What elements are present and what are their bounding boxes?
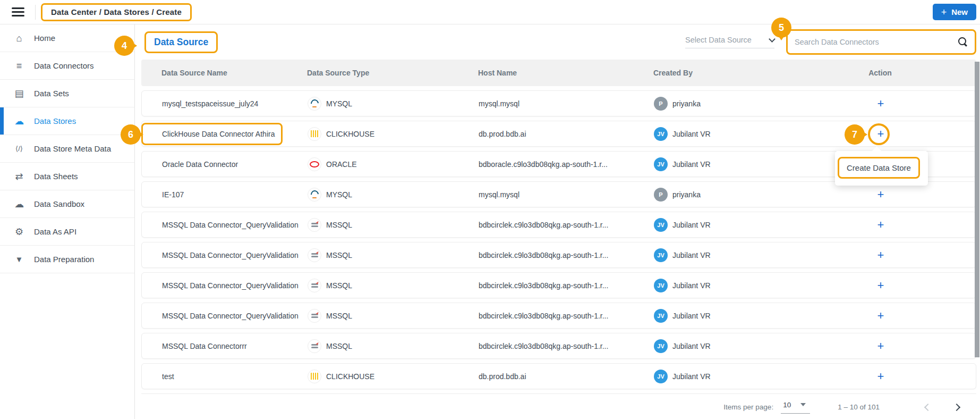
- host-name: db.prod.bdb.ai: [479, 130, 654, 138]
- add-data-store-button[interactable]: +: [877, 249, 884, 261]
- column-header: Created By: [653, 69, 834, 77]
- created-by: Jubilant VR: [672, 281, 711, 290]
- menu-icon[interactable]: [10, 4, 31, 21]
- title-annotation-box: Data Source: [144, 31, 218, 53]
- data-source-name: MSSQL Data Connector_QueryValidation: [162, 221, 308, 229]
- chevron-right-icon: [953, 403, 960, 410]
- data-source-type: MSSQL: [326, 251, 352, 259]
- host-name: bdbcirclek.c9lo3db08qkg.ap-south-1.r...: [479, 342, 654, 350]
- data-source-type: MSSQL: [326, 221, 352, 229]
- add-data-store-button[interactable]: +: [877, 189, 884, 200]
- table-row: MSSQL Data Connector_QueryValidation MSS…: [141, 303, 976, 329]
- data-source-select[interactable]: Select Data Source: [685, 36, 774, 48]
- data-source-type-icon: [308, 157, 321, 171]
- sidebar-item-data-stores[interactable]: ☁ Data Stores: [0, 107, 134, 135]
- avatar: JV: [654, 218, 668, 232]
- new-button[interactable]: + New: [933, 4, 976, 20]
- sidebar-item-data-sheets[interactable]: ⇄ Data Sheets: [0, 163, 134, 190]
- table-row: mysql_testspaceissue_july24 MYSQL mysql.…: [141, 90, 976, 116]
- data-source-name: mysql_testspaceissue_july24: [162, 99, 308, 108]
- sidebar-item-label: Data Sandbox: [34, 199, 84, 208]
- host-name: bdbcirclek.c9lo3db08qkg.ap-south-1.r...: [479, 221, 654, 229]
- sidebar-item-data-store-meta-data[interactable]: ⟨/⟩ Data Store Meta Data: [0, 135, 134, 163]
- host-name: db.prod.bdb.ai: [479, 372, 654, 381]
- data-source-type-icon: [308, 188, 321, 202]
- avatar: JV: [654, 157, 668, 171]
- sidebar-item-data-connectors[interactable]: ≡ Data Connectors: [0, 52, 134, 80]
- sidebar-item-label: Data Sets: [34, 89, 69, 98]
- search-annotation-box: [786, 29, 976, 55]
- data-source-type-icon: [308, 97, 321, 111]
- table-row: MSSQL Data Connectorrr MSSQL bdbcirclek.…: [141, 333, 976, 359]
- add-data-store-button[interactable]: +: [877, 310, 884, 322]
- next-page-button[interactable]: [950, 400, 964, 414]
- main-content: Data Source Select Data Source: [135, 24, 980, 419]
- top-bar: Data Center / Data Stores / Create + New: [0, 0, 980, 24]
- plus-icon: +: [941, 7, 947, 17]
- data-source-type-icon: [308, 218, 321, 232]
- data-source-type: CLICKHOUSE: [326, 372, 374, 381]
- created-by: Jubilant VR: [672, 221, 711, 229]
- sidebar-item-label: Home: [34, 33, 55, 43]
- add-data-store-button[interactable]: +: [877, 371, 884, 382]
- host-name: bdboracle.c9lo3db08qkg.ap-south-1.r...: [479, 160, 654, 169]
- data-sources-table: Data Source NameData Source TypeHost Nam…: [141, 60, 976, 419]
- add-data-store-button[interactable]: +: [877, 340, 884, 352]
- data-source-type: MSSQL: [326, 312, 352, 320]
- items-per-page-label: Items per page:: [723, 403, 773, 411]
- data-sheets-icon: ⇄: [11, 172, 27, 181]
- data-source-type-icon: [308, 248, 321, 262]
- data-source-type: ORACLE: [326, 160, 357, 169]
- add-data-store-button[interactable]: +: [877, 128, 884, 140]
- previous-page-button[interactable]: [921, 400, 935, 414]
- data-stores-icon: ☁: [11, 116, 27, 126]
- table-row: MSSQL Data Connector_QueryValidation MSS…: [141, 212, 976, 238]
- created-by: priyanka: [672, 99, 701, 108]
- add-data-store-button[interactable]: +: [877, 219, 884, 231]
- created-by: priyanka: [672, 190, 701, 199]
- breadcrumb[interactable]: Data Center / Data Stores / Create: [51, 7, 182, 16]
- sidebar-item-label: Data Preparation: [34, 255, 94, 264]
- data-as-api-icon: ⚙: [11, 227, 27, 237]
- sidebar-item-label: Data Store Meta Data: [34, 144, 111, 153]
- avatar: P: [654, 188, 668, 202]
- avatar: JV: [654, 339, 668, 353]
- app-window: Data Center / Data Stores / Create + New…: [0, 0, 980, 419]
- data-source-type: MSSQL: [326, 342, 352, 350]
- created-by: Jubilant VR: [672, 130, 711, 138]
- column-header: Data Source Type: [307, 69, 478, 77]
- data-source-type-icon: [308, 370, 321, 383]
- data-source-type-icon: [308, 309, 321, 323]
- toolbar: Data Source Select Data Source: [141, 24, 976, 60]
- data-source-name: MSSQL Data Connector_QueryValidation: [162, 281, 308, 290]
- items-per-page-value: 10: [783, 401, 791, 409]
- host-name: mysql.mysql: [479, 190, 654, 199]
- created-by: Jubilant VR: [672, 372, 711, 381]
- chevron-left-icon: [924, 403, 932, 410]
- data-source-name: Oracle Data Connector: [162, 160, 308, 169]
- sidebar: ⌂ Home ≡ Data Connectors ▤ Data Sets ☁ D…: [0, 24, 135, 419]
- sidebar-item-data-as-api[interactable]: ⚙ Data As API: [0, 218, 134, 246]
- sidebar-item-label: Data Sheets: [34, 172, 78, 181]
- new-button-label: New: [951, 7, 968, 16]
- data-source-type: MSSQL: [326, 281, 352, 290]
- table-header: Data Source NameData Source TypeHost Nam…: [141, 60, 976, 86]
- created-by: Jubilant VR: [672, 312, 711, 320]
- sidebar-item-data-sandbox[interactable]: ☁ Data Sandbox: [0, 190, 134, 218]
- add-data-store-button[interactable]: +: [877, 98, 884, 110]
- items-per-page-select[interactable]: 10: [781, 401, 810, 414]
- sidebar-item-data-preparation[interactable]: ▼ Data Preparation: [0, 246, 134, 273]
- table-row: MSSQL Data Connector_QueryValidation MSS…: [141, 272, 976, 298]
- create-data-store-menu-item[interactable]: Create Data Store: [847, 163, 911, 172]
- add-data-store-button[interactable]: +: [877, 280, 884, 291]
- search-icon[interactable]: [958, 37, 968, 47]
- paginator: Items per page: 10 1 – 10 of 101: [141, 393, 976, 419]
- table-row: test CLICKHOUSE db.prod.bdb.ai JV Jubila…: [141, 363, 976, 389]
- sidebar-item-data-sets[interactable]: ▤ Data Sets: [0, 80, 134, 107]
- column-header: Host Name: [478, 69, 653, 77]
- avatar: JV: [654, 279, 668, 292]
- search-input[interactable]: [795, 38, 958, 46]
- data-source-name: IE-107: [162, 190, 308, 199]
- data-source-type: CLICKHOUSE: [326, 130, 374, 138]
- scrollbar-thumb[interactable]: [975, 62, 979, 357]
